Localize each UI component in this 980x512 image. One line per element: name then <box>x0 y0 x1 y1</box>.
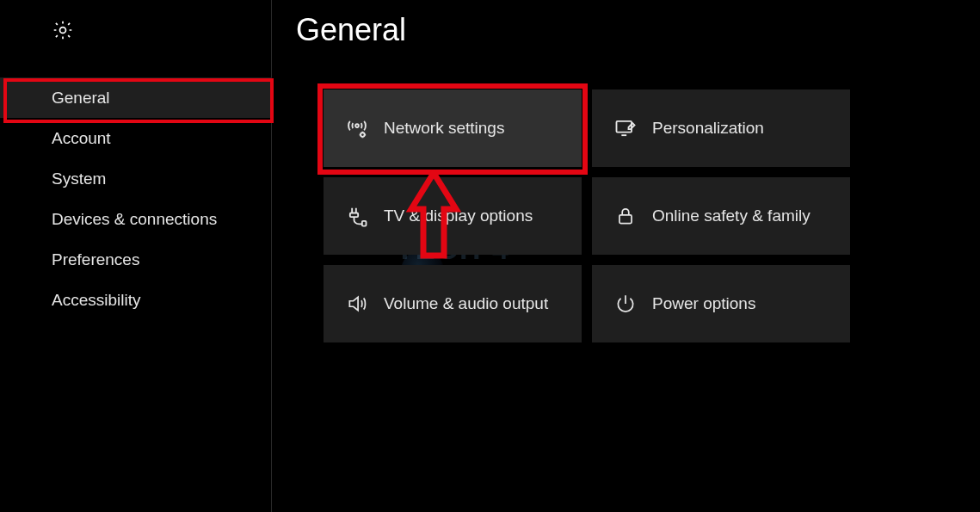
tile-volume-audio[interactable]: Volume & audio output <box>324 265 582 342</box>
tile-label: Network settings <box>384 119 504 138</box>
gear-icon <box>52 19 74 45</box>
sidebar-item-general[interactable]: General <box>0 77 272 118</box>
tile-label: Power options <box>652 294 755 313</box>
tile-tv-display[interactable]: TV & display options <box>324 177 582 255</box>
tile-power-options[interactable]: Power options <box>592 265 850 342</box>
tile-network-settings[interactable]: Network settings <box>324 89 582 167</box>
tile-label: TV & display options <box>384 207 533 225</box>
sidebar-item-label: Account <box>52 129 111 148</box>
tile-label: Online safety & family <box>652 207 811 225</box>
sidebar-item-label: Preferences <box>52 250 139 269</box>
page-title: General <box>296 12 406 48</box>
sidebar-item-label: Accessibility <box>52 291 140 310</box>
personalize-icon <box>613 115 638 141</box>
svg-point-1 <box>355 124 359 127</box>
antenna-gear-icon <box>344 115 370 141</box>
svg-point-0 <box>60 28 66 34</box>
tile-label: Volume & audio output <box>384 294 548 313</box>
svg-point-2 <box>361 133 365 137</box>
tiles-grid: Network settings Personalization TV & di… <box>324 89 852 342</box>
speaker-icon <box>344 291 370 317</box>
power-icon <box>613 291 638 317</box>
cable-icon <box>344 203 370 229</box>
svg-rect-5 <box>362 221 367 226</box>
sidebar-list: General Account System Devices & connect… <box>0 77 272 320</box>
sidebar-item-system[interactable]: System <box>0 158 272 199</box>
svg-rect-4 <box>350 213 358 218</box>
svg-rect-6 <box>619 215 632 224</box>
sidebar-item-devices[interactable]: Devices & connections <box>0 199 272 239</box>
sidebar-item-preferences[interactable]: Preferences <box>0 239 272 280</box>
sidebar-item-label: General <box>52 89 110 108</box>
tile-online-safety[interactable]: Online safety & family <box>592 177 850 255</box>
sidebar-item-account[interactable]: Account <box>0 118 272 158</box>
tile-personalization[interactable]: Personalization <box>592 89 850 167</box>
sidebar-item-accessibility[interactable]: Accessibility <box>0 280 272 320</box>
sidebar-item-label: Devices & connections <box>52 210 217 229</box>
sidebar: General Account System Devices & connect… <box>0 0 272 512</box>
tile-label: Personalization <box>652 119 764 138</box>
lock-icon <box>613 203 638 229</box>
sidebar-item-label: System <box>52 170 106 188</box>
